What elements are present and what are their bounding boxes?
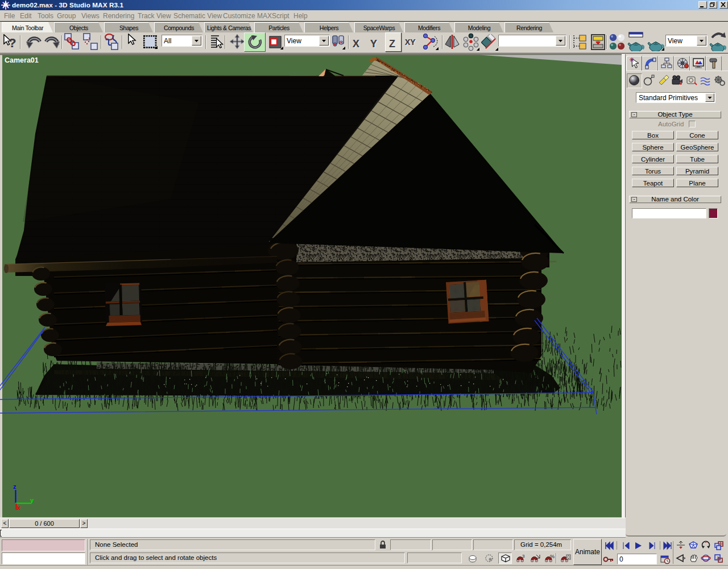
svg-text:z: z (13, 483, 16, 490)
svg-text:3: 3 (522, 554, 525, 559)
svg-text:y: y (30, 497, 34, 504)
svg-text:%: % (550, 554, 555, 559)
svg-text:x: x (17, 504, 21, 511)
svg-text:Camera01: Camera01 (5, 56, 39, 64)
